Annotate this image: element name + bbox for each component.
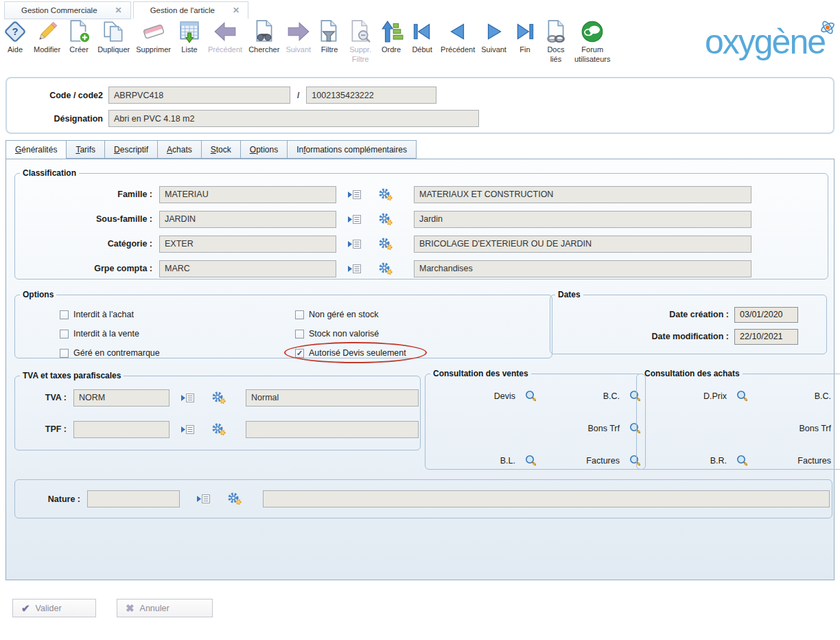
last-record-icon <box>513 19 537 44</box>
toolbar-suivant-nav-button[interactable]: Suivant <box>481 19 506 54</box>
gear-icon[interactable] <box>378 238 393 251</box>
toolbar-liste-button[interactable]: Liste <box>177 19 202 54</box>
logo-text: oxygène <box>705 23 825 61</box>
tab-descriptif[interactable]: Descriptif <box>104 140 157 159</box>
checkbox-interdit-vente[interactable]: Interdit à la vente <box>60 324 286 343</box>
ventes-bc: B.C. <box>541 380 645 412</box>
tva-legend: TVA et taxes parafiscales <box>20 371 124 380</box>
tab-informations-complementaires[interactable]: Informations complémentaires <box>287 140 417 159</box>
toolbar-aide-button[interactable]: ? Aide <box>3 19 27 54</box>
sous-famille-code-field[interactable] <box>159 211 336 228</box>
article-header-box: Code / code2 / Désignation <box>5 77 835 134</box>
toolbar-forum-button[interactable]: Forum utilisateurs <box>574 19 611 63</box>
valider-button[interactable]: ✔ Valider <box>12 599 96 617</box>
tva-description-field[interactable] <box>246 389 419 407</box>
checkbox-gere-contremarque[interactable]: Géré en contremarque <box>60 343 286 363</box>
checkbox-box[interactable] <box>60 349 69 358</box>
grpe-compta-description-field[interactable] <box>414 260 751 277</box>
magnifier-icon[interactable] <box>736 390 748 402</box>
checkbox-non-gere-stock[interactable]: Non géré en stock <box>295 305 406 324</box>
gear-icon[interactable] <box>227 492 242 505</box>
checkbox-box[interactable] <box>295 310 304 319</box>
famille-label: Famille : <box>15 190 159 199</box>
consultation-ventes-legend: Consultation des ventes <box>430 369 531 378</box>
remove-filter-icon <box>348 19 373 44</box>
ventes-factures: Factures <box>541 444 645 477</box>
tva-group: TVA et taxes parafiscales TVA : TPF : <box>14 371 421 450</box>
list-select-icon[interactable] <box>347 190 362 200</box>
linked-docs-icon <box>544 19 568 44</box>
gear-icon[interactable] <box>211 391 226 404</box>
magnifier-icon[interactable] <box>736 455 748 466</box>
toolbar-filtre-button[interactable]: Filtre <box>317 19 342 54</box>
grpe-compta-code-field[interactable] <box>159 260 336 277</box>
list-select-icon[interactable] <box>347 239 362 249</box>
list-select-icon[interactable] <box>347 214 362 225</box>
checkbox-stock-non-valorise[interactable]: Stock non valorisé <box>295 324 406 343</box>
famille-description-field[interactable] <box>414 186 751 203</box>
tab-stock[interactable]: Stock <box>201 140 240 159</box>
tva-code-field[interactable] <box>73 389 170 407</box>
list-table-icon <box>177 19 202 44</box>
tab-tarifs[interactable]: Tarifs <box>67 140 104 159</box>
code2-field[interactable] <box>306 87 436 104</box>
ventes-bl: B.L. <box>450 444 541 477</box>
sous-famille-description-field[interactable] <box>414 211 751 228</box>
nature-group: Nature : <box>14 479 832 518</box>
categorie-description-field[interactable] <box>414 236 751 253</box>
checkbox-box[interactable] <box>295 330 304 339</box>
tpf-description-field[interactable] <box>246 421 419 438</box>
list-select-icon[interactable] <box>180 424 195 435</box>
toolbar-dupliquer-button[interactable]: Dupliquer <box>97 19 130 54</box>
tab-achats[interactable]: Achats <box>157 140 201 159</box>
magnifier-icon[interactable] <box>525 455 537 466</box>
gear-icon[interactable] <box>378 188 393 201</box>
gear-icon[interactable] <box>211 423 226 436</box>
checkbox-autorise-devis-seulement[interactable]: ✓ Autorisé Devis seulement <box>295 343 406 363</box>
famille-code-field[interactable] <box>159 186 336 203</box>
close-icon[interactable]: ✕ <box>233 5 240 15</box>
annuler-button[interactable]: ✖ Annuler <box>117 599 213 617</box>
gear-icon[interactable] <box>378 262 393 275</box>
window-tab-label: Gestion Commerciale <box>21 6 97 14</box>
toolbar-suivant-record-button[interactable]: Suivant <box>285 19 311 54</box>
window-tab-gestion-commerciale[interactable]: Gestion Commerciale ✕ <box>4 1 131 19</box>
toolbar-modifier-button[interactable]: Modifier <box>34 19 60 54</box>
list-select-icon[interactable] <box>180 393 195 403</box>
toolbar-supprimer-button[interactable]: Supprimer <box>136 19 171 54</box>
window-tab-gestion-article[interactable]: Gestion de l'article ✕ <box>133 1 248 19</box>
toolbar-chercher-button[interactable]: Chercher <box>248 19 279 54</box>
checkbox-box[interactable] <box>60 330 69 339</box>
magnifier-icon[interactable] <box>525 390 537 402</box>
designation-field[interactable] <box>108 110 479 127</box>
consultation-achats-legend: Consultation des achats <box>642 369 743 378</box>
toolbar-suppr-filtre-button[interactable]: Suppr. Filtre <box>348 19 373 63</box>
achats-empty-cell <box>662 412 752 444</box>
list-select-icon[interactable] <box>347 264 362 274</box>
toolbar-docs-lies-button[interactable]: Docs liés <box>544 19 568 63</box>
toolbar-fin-button[interactable]: Fin <box>513 19 537 54</box>
nature-label: Nature : <box>15 494 87 504</box>
code-field[interactable] <box>108 87 290 104</box>
toolbar-precedent-record-button[interactable]: Précédent <box>208 19 242 54</box>
achats-bc: B.C. <box>752 380 840 412</box>
tpf-code-field[interactable] <box>73 421 170 438</box>
tab-generalites[interactable]: Généralités <box>5 140 67 159</box>
checkbox-interdit-achat[interactable]: Interdit à l'achat <box>60 305 286 324</box>
checkbox-box-checked[interactable]: ✓ <box>295 349 304 358</box>
close-icon[interactable]: ✕ <box>115 5 122 15</box>
categorie-code-field[interactable] <box>159 236 336 253</box>
list-select-icon[interactable] <box>196 494 211 504</box>
date-creation-field[interactable] <box>734 307 798 323</box>
tab-options[interactable]: Options <box>240 140 287 159</box>
nature-description-field[interactable] <box>263 490 830 507</box>
gear-icon[interactable] <box>378 213 393 226</box>
toolbar-creer-button[interactable]: Créer <box>67 19 91 54</box>
toolbar-debut-button[interactable]: Début <box>410 19 434 54</box>
nature-code-field[interactable] <box>87 490 180 507</box>
date-modification-field[interactable] <box>734 329 798 345</box>
toolbar-ordre-button[interactable]: Ordre <box>379 19 404 54</box>
options-group: Options Interdit à l'achat Interdit à la… <box>14 290 552 358</box>
toolbar-precedent-nav-button[interactable]: Précédent <box>441 19 475 54</box>
checkbox-box[interactable] <box>60 310 69 319</box>
